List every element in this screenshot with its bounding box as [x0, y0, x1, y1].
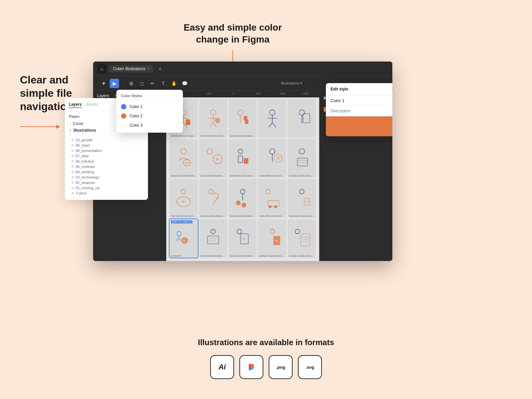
layers-layer-09[interactable]: #09_chart [69, 143, 144, 148]
layers-layer-03[interactable]: #03_technology [69, 175, 144, 180]
edit-style-close-button[interactable]: × [392, 86, 392, 92]
illus-svg-15 [291, 183, 313, 214]
illus-cell-6[interactable]: % woman got the best discount [170, 139, 198, 178]
layers-illustrations-label: Illustrations [73, 128, 96, 133]
figma-canvas[interactable]: -1200 -500 0 500 1000 1500 [166, 91, 319, 261]
color-preview-bar[interactable] [326, 116, 392, 136]
move-tool[interactable]: ▼ [99, 79, 108, 88]
frame-tool[interactable]: ⊞ [127, 79, 136, 88]
color-name-input[interactable] [326, 95, 392, 106]
illus-svg-4 [261, 103, 284, 134]
svg-point-55 [269, 205, 271, 208]
illus-cell-20[interactable]: woman creates a discount on a calculator [288, 219, 316, 258]
illus-label-10: woman and the discount calendar [289, 175, 314, 177]
illus-cell-18[interactable]: % man prepares a marketing presentation [229, 219, 257, 258]
layers-layer-01[interactable]: #01_moving_up [69, 185, 144, 191]
layers-layer-10[interactable]: #10_growth [69, 137, 144, 143]
svg-point-30 [238, 149, 243, 154]
toolbar-sep-1 [124, 80, 124, 87]
svg-rect-80 [251, 364, 254, 367]
main-heading: Easy and simple color change in Figma [183, 22, 283, 46]
home-icon[interactable]: ⌂ [97, 64, 106, 73]
illus-cell-7[interactable]: % man covertly snatches a discount [199, 139, 227, 178]
illus-cell-8[interactable]: woman bought a lot of gifts at a discoun… [229, 139, 257, 178]
top-heading-section: Easy and simple color change in Figma [183, 22, 283, 46]
svg-line-19 [269, 123, 272, 127]
illus-label-13: woman catches discounts from the sky [230, 215, 255, 217]
color-dot-3 [121, 123, 126, 128]
illus-label-6: woman got the best discount [171, 175, 196, 177]
illus-cell-14[interactable]: man with a cart full of discounts [258, 179, 286, 218]
ruler-mark-1500: 1500 [303, 92, 309, 95]
illus-label-3: woman receives many gifts [230, 135, 255, 137]
tab-add-button[interactable]: + [156, 65, 164, 73]
illus-cell-16[interactable]: % woman-fly EDIT 12 • 1800 12 [170, 219, 198, 258]
svg-text:%: % [182, 200, 185, 203]
illus-svg-3 [231, 103, 254, 134]
illus-svg-19: % [261, 223, 284, 254]
text-tool[interactable]: T [159, 79, 168, 88]
layers-layer-02[interactable]: #02_analysis [69, 180, 144, 185]
pen-tool[interactable]: ✏ [148, 79, 157, 88]
edit-style-popup: Edit style × [326, 83, 392, 136]
illus-label-17: man codes discounts and promotions in th… [200, 255, 226, 257]
illus-cell-4[interactable] [258, 99, 286, 138]
illus-cell-19[interactable]: % woman measures the size of the discoun… [258, 219, 286, 258]
layers-layer-04[interactable]: #04_working [69, 169, 144, 175]
illus-label-1: woman did her shopping at the store [171, 135, 196, 137]
layers-tab-assets[interactable]: Assets [86, 102, 98, 108]
select-tool[interactable]: ▶ [110, 79, 119, 88]
svg-text:%: % [275, 239, 278, 242]
illus-cell-13[interactable]: % % woman catches discounts from the sky [229, 179, 257, 218]
layers-layer-08[interactable]: #08_presentation [69, 148, 144, 153]
svg-rect-15 [245, 119, 248, 124]
svg-point-56 [274, 205, 277, 208]
illus-cell-3[interactable]: woman receives many gifts [229, 99, 257, 138]
illus-svg-6: % [172, 143, 195, 174]
illus-svg-7: % [202, 143, 224, 174]
illus-label-9: man looking for promotions and discounts [259, 175, 285, 177]
ruler-mark-0: 0 [233, 92, 234, 95]
illus-cell-12[interactable]: % woman pulls a discount out of her hat [199, 179, 227, 218]
tab-close-icon[interactable]: × [147, 67, 149, 70]
figma-icon [245, 360, 258, 374]
ai-label: Ai [218, 363, 226, 371]
figma-tab-active[interactable]: Cuterr Illustrations × [109, 65, 153, 72]
illus-label-15: man pulls coupons out of a gift [289, 215, 314, 217]
color-style-item-2[interactable]: Color 2 [116, 111, 183, 121]
svg-point-12 [238, 110, 243, 115]
format-badge-svg: .svg [298, 355, 322, 379]
layers-layer-colors[interactable]: ⊞Colors [69, 191, 144, 196]
svg-line-9 [210, 123, 213, 127]
svg-rect-23 [303, 114, 310, 123]
color-style-item-1[interactable]: Color 1 [116, 102, 183, 111]
illus-svg-9 [261, 143, 284, 174]
layers-layer-06[interactable]: #06_solution [69, 159, 144, 164]
svg-point-60 [177, 231, 182, 236]
layers-layer-05[interactable]: #05_contract [69, 164, 144, 169]
description-input[interactable] [326, 106, 392, 116]
illus-cell-11[interactable]: % man and the discount drum [170, 179, 198, 218]
layers-cover-label: Cover [73, 121, 83, 126]
layers-tab-layers[interactable]: Layers [69, 102, 82, 108]
shape-tool[interactable]: ◻ [137, 79, 147, 88]
color-1-label: Color 1 [130, 104, 143, 109]
color-dot-2 [121, 113, 126, 119]
illus-svg-14 [261, 183, 284, 214]
illus-cell-15[interactable]: man pulls coupons out of a gift [288, 179, 316, 218]
illus-cell-17[interactable]: man codes discounts and promotions in th… [199, 219, 227, 258]
format-badge-png: .png [269, 355, 293, 379]
color-3-label: Color 3 [130, 123, 143, 128]
ruler-mark-1000: 1000 [279, 92, 285, 95]
illus-label-16: woman-fly [171, 255, 182, 257]
illus-cell-10[interactable]: woman and the discount calendar [288, 139, 316, 178]
layers-layer-07[interactable]: #07_idea [69, 153, 144, 159]
comment-tool[interactable]: 💬 [180, 79, 189, 88]
illus-cell-9[interactable]: man looking for promotions and discounts [258, 139, 286, 178]
illus-cell-5[interactable] [288, 99, 316, 138]
illus-cell-2[interactable]: man rushes for discounts in the store [199, 99, 227, 138]
illus-svg-10 [291, 143, 313, 174]
illus-svg-16: % [172, 223, 195, 254]
hand-tool[interactable]: ✋ [169, 79, 179, 88]
color-style-item-3[interactable]: Color 3 [116, 121, 183, 130]
